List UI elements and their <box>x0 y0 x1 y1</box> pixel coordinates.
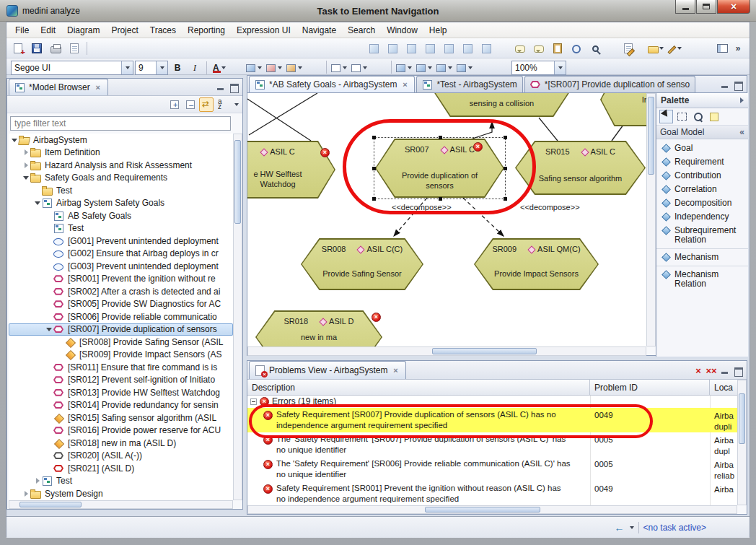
expand-arrow-icon[interactable] <box>46 262 53 271</box>
maximize-editor-icon[interactable] <box>733 80 744 90</box>
minimize-view-icon[interactable] <box>720 366 731 375</box>
menu-item[interactable]: Window <box>381 24 423 37</box>
expand-arrow-icon[interactable] <box>58 338 65 346</box>
zoom-select[interactable]: 100% <box>511 61 566 75</box>
export-report-icon[interactable] <box>66 40 83 57</box>
line-color-icon[interactable] <box>265 61 284 75</box>
expand-arrow-icon[interactable] <box>46 363 53 372</box>
maximize-button[interactable] <box>696 0 716 14</box>
menu-item[interactable]: Edit <box>35 24 61 37</box>
tree-item[interactable]: [SR008] Provide Safing Sensor (ASIL <box>9 336 233 349</box>
tree-item[interactable]: [G002] Ensure that Airbag deploys in cr <box>9 248 233 261</box>
expand-arrow-icon[interactable] <box>35 186 42 195</box>
toolbar-overflow-icon[interactable]: » <box>729 40 747 57</box>
tree-item[interactable]: [SR006] Provide reliable communicatio <box>9 310 233 323</box>
link-with-editor-icon[interactable] <box>199 97 214 112</box>
layout-icon[interactable] <box>459 40 476 57</box>
tree-item[interactable]: Test <box>9 222 233 235</box>
model-browser-tab[interactable]: *Model Browser <box>9 79 108 95</box>
editor-tab[interactable]: *Test - AirbagSystem <box>416 76 522 92</box>
marquee-mode-icon[interactable] <box>384 40 401 57</box>
close-view-icon[interactable] <box>392 366 400 375</box>
expand-arrow-icon[interactable] <box>46 439 53 448</box>
tree-item[interactable]: Hazard Analysis and Risk Assessment <box>9 159 233 172</box>
brush-icon[interactable] <box>285 61 304 75</box>
minimize-button[interactable] <box>675 0 695 14</box>
column-location[interactable]: Loca <box>710 380 737 395</box>
tree-item[interactable]: [SR005] Provide SW Diagnostics for AC <box>9 298 233 311</box>
save-icon[interactable] <box>28 40 45 57</box>
minimize-view-icon[interactable] <box>216 82 227 92</box>
menu-item[interactable]: File <box>9 24 35 37</box>
tree-item[interactable]: Item Definition <box>9 147 233 160</box>
collapse-palette-icon[interactable] <box>740 97 744 103</box>
delete-all-markers-icon[interactable]: ×× <box>705 365 718 376</box>
tree-item[interactable]: [SR018] new in ma (ASIL D) <box>9 437 233 450</box>
node-hw-selftest-watchdog[interactable]: ASIL C e HW Selftest Watchdog <box>247 141 335 199</box>
expand-arrow-icon[interactable] <box>46 325 53 333</box>
maximize-view-icon[interactable] <box>229 82 239 92</box>
tree-item[interactable]: [SR016] Provide power reserve for ACU <box>9 424 233 437</box>
font-family-select[interactable]: Segoe UI <box>11 61 133 75</box>
palette-item-correlation[interactable]: Correlation <box>656 183 748 196</box>
expand-arrow-icon[interactable] <box>23 148 30 157</box>
column-description[interactable]: Description <box>247 380 590 395</box>
problems-view-tab[interactable]: Problems View - AirbagSystem <box>249 361 406 379</box>
tree-item[interactable]: Test <box>9 475 233 488</box>
tree-vertical-scrollbar[interactable] <box>233 134 242 500</box>
new-diagram-icon[interactable] <box>9 40 27 57</box>
tree-item[interactable]: [SR012] Prevent self-ignition of Initiat… <box>9 374 233 387</box>
diagram-canvas[interactable]: <<decompose>> <<decompose>> <box>247 93 646 346</box>
close-button[interactable]: × <box>717 0 750 14</box>
tree-item[interactable]: [G001] Prevent unintended deployment <box>9 235 233 248</box>
add-note-icon[interactable] <box>440 40 457 57</box>
line-style-icon[interactable] <box>330 61 348 75</box>
tree-item[interactable]: System Design <box>9 487 233 500</box>
filter-input[interactable] <box>10 116 231 131</box>
select-tool-icon[interactable] <box>659 110 673 123</box>
tree-item[interactable]: [SR015] Safing sensor algorithm (ASIL <box>9 411 233 424</box>
palette-item-goal[interactable]: Goal <box>656 141 748 155</box>
node-sr008[interactable]: SR008 ASIL C(C) Provide Safing Sensor <box>301 238 423 290</box>
menu-item[interactable]: Search <box>342 24 381 37</box>
connection-mode-icon[interactable] <box>403 40 420 57</box>
snap-icon[interactable] <box>435 61 454 75</box>
arrow-style-icon[interactable] <box>350 61 369 75</box>
expand-arrow-icon[interactable] <box>35 199 42 207</box>
node-sensing-collision[interactable]: sensing a collision <box>428 93 576 117</box>
pencil-icon[interactable] <box>666 40 683 57</box>
zoom-edit-icon[interactable] <box>586 40 604 57</box>
tree-item[interactable]: Test <box>9 184 233 197</box>
expand-arrow-icon[interactable] <box>46 388 53 397</box>
tree-item[interactable]: Airbag System Safety Goals <box>9 197 233 210</box>
palette-item-independency[interactable]: Independency <box>656 210 748 224</box>
tree-item[interactable]: [SR001] Prevent the ignition without re <box>9 273 233 286</box>
menu-item[interactable]: Help <box>423 24 453 37</box>
zoom-tool-icon[interactable] <box>691 110 705 123</box>
palette-item-mechanism-relation[interactable]: Mechanism Relation <box>656 266 748 291</box>
expand-arrow-icon[interactable] <box>23 173 30 182</box>
select-filter-icon[interactable] <box>395 61 413 75</box>
view-menu-icon[interactable] <box>231 97 241 112</box>
palette-item-mechanism[interactable]: Mechanism <box>656 248 748 264</box>
italic-button[interactable]: I <box>187 61 203 75</box>
tree-item[interactable]: AirbagSystem <box>9 134 233 147</box>
maximize-view-icon[interactable] <box>733 366 744 375</box>
expand-arrow-icon[interactable] <box>46 287 53 296</box>
sort-icon[interactable] <box>215 97 229 112</box>
problems-horizontal-scrollbar[interactable] <box>247 505 737 514</box>
node-sr009[interactable]: SR009 ASIL QM(C) Provide Impact Sensors <box>474 238 599 290</box>
tree-horizontal-scrollbar[interactable] <box>9 500 233 509</box>
collapse-section-icon[interactable]: « <box>739 127 744 137</box>
node-sr018[interactable]: SR018 ASIL D new in ma <box>255 310 382 346</box>
expand-arrow-icon[interactable] <box>23 489 30 498</box>
palette-section-goal-model[interactable]: Goal Model « <box>656 126 748 139</box>
palette-header[interactable]: Palette <box>656 93 748 108</box>
tree-item[interactable]: [SR007] Provide duplication of sensors <box>9 323 233 336</box>
history-icon[interactable] <box>568 40 585 57</box>
task-dropdown-icon[interactable] <box>630 526 634 529</box>
menu-item[interactable]: Reporting <box>182 24 231 37</box>
tree-item[interactable]: [G003] Prevent unintended deployment <box>9 260 233 273</box>
close-view-icon[interactable] <box>94 83 102 92</box>
open-folder-icon[interactable] <box>647 40 664 57</box>
